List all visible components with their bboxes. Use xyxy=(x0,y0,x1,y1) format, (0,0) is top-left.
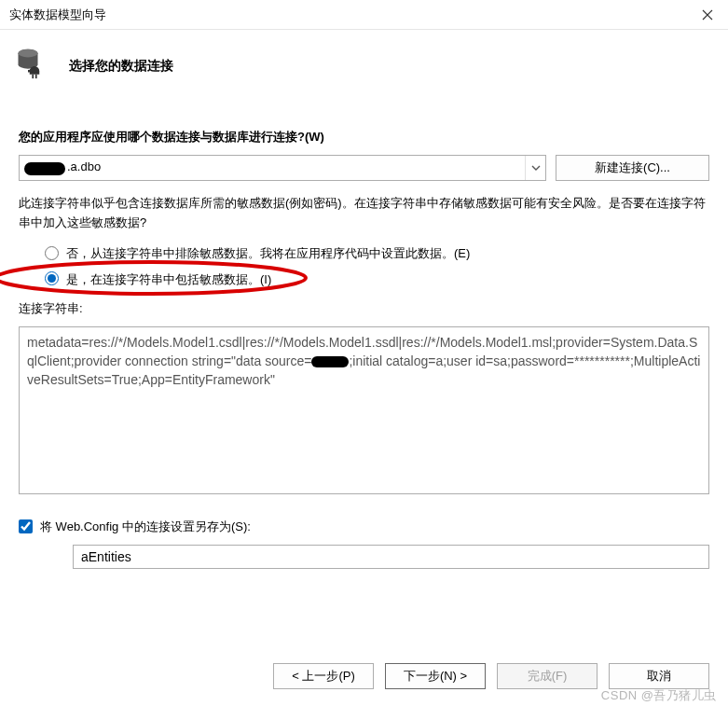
wizard-footer: < 上一步(P) 下一步(N) > 完成(F) 取消 xyxy=(273,663,709,689)
radio-include-sensitive[interactable]: 是，在连接字符串中包括敏感数据。(I) xyxy=(19,267,709,293)
radio-include-input[interactable] xyxy=(45,271,59,285)
connection-name-input[interactable] xyxy=(73,545,709,569)
new-connection-button[interactable]: 新建连接(C)... xyxy=(556,155,709,181)
connection-row: .a.dbo 新建连接(C)... xyxy=(19,155,709,181)
wizard-body: 您的应用程序应使用哪个数据连接与数据库进行连接?(W) .a.dbo 新建连接(… xyxy=(0,129,728,569)
connection-string-label: 连接字符串: xyxy=(19,300,709,317)
save-settings-label: 将 Web.Config 中的连接设置另存为(S): xyxy=(40,519,251,535)
save-settings-row: 将 Web.Config 中的连接设置另存为(S): xyxy=(19,519,709,535)
watermark: CSDN @吾乃猪儿虫 xyxy=(601,687,717,704)
svg-rect-3 xyxy=(35,75,37,78)
next-button[interactable]: 下一步(N) > xyxy=(385,663,486,689)
radio-include-label: 是，在连接字符串中包括敏感数据。(I) xyxy=(66,271,271,288)
connection-combobox[interactable]: .a.dbo xyxy=(19,155,546,181)
connection-string-box[interactable]: metadata=res://*/Models.Model1.csdl|res:… xyxy=(19,326,709,494)
close-button[interactable] xyxy=(694,5,721,25)
redacted-source xyxy=(311,356,349,367)
window-title: 实体数据模型向导 xyxy=(9,7,106,23)
svg-point-1 xyxy=(19,49,38,58)
database-plug-icon xyxy=(15,47,54,86)
sensitive-data-radio-group: 否，从连接字符串中排除敏感数据。我将在应用程序代码中设置此数据。(E) 是，在连… xyxy=(19,241,709,293)
wizard-header: 选择您的数据连接 xyxy=(0,30,728,108)
sensitive-data-warning: 此连接字符串似乎包含连接数据库所需的敏感数据(例如密码)。在连接字符串中存储敏感… xyxy=(19,194,709,233)
connection-question: 您的应用程序应使用哪个数据连接与数据库进行连接?(W) xyxy=(19,129,709,145)
finish-button: 完成(F) xyxy=(497,663,598,689)
close-icon xyxy=(702,9,713,21)
connection-text: .a.dbo xyxy=(67,159,101,173)
radio-exclude-label: 否，从连接字符串中排除敏感数据。我将在应用程序代码中设置此数据。(E) xyxy=(66,245,470,262)
radio-exclude-input[interactable] xyxy=(45,246,59,260)
prev-button[interactable]: < 上一步(P) xyxy=(273,663,374,689)
svg-rect-2 xyxy=(32,75,34,78)
radio-exclude-sensitive[interactable]: 否，从连接字符串中排除敏感数据。我将在应用程序代码中设置此数据。(E) xyxy=(19,241,709,267)
page-title: 选择您的数据连接 xyxy=(69,58,173,75)
redacted-prefix xyxy=(22,160,65,175)
save-settings-checkbox[interactable] xyxy=(19,519,33,533)
cancel-button[interactable]: 取消 xyxy=(609,663,709,689)
titlebar: 实体数据模型向导 xyxy=(0,0,728,30)
